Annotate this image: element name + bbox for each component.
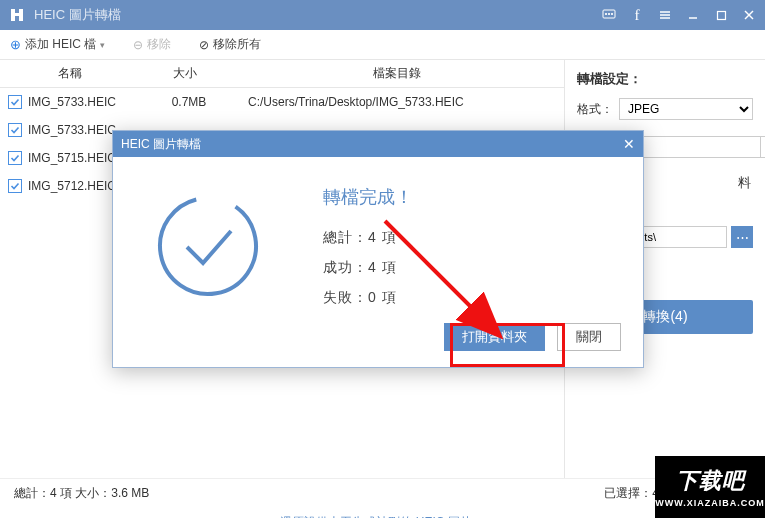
total-line: 總計：4 項	[323, 229, 413, 247]
dialog-title: HEIC 圖片轉檔	[121, 136, 201, 153]
open-folder-button[interactable]: 打開資料夾	[444, 323, 545, 351]
fail-line: 失敗：0 項	[323, 289, 413, 307]
svg-point-14	[153, 191, 263, 301]
dialog-titlebar: HEIC 圖片轉檔 ✕	[113, 131, 643, 157]
success-check-icon	[153, 191, 263, 301]
dialog-buttons: 打開資料夾 關閉	[444, 323, 621, 351]
completion-dialog: HEIC 圖片轉檔 ✕ 轉檔完成！ 總計：4 項 成功：4 項 失敗：0 項 打…	[112, 130, 644, 368]
modal-overlay: HEIC 圖片轉檔 ✕ 轉檔完成！ 總計：4 項 成功：4 項 失敗：0 項 打…	[0, 0, 765, 518]
watermark-text: 下载吧	[676, 466, 745, 496]
done-text: 轉檔完成！	[323, 185, 413, 209]
dialog-close-icon[interactable]: ✕	[623, 136, 635, 152]
site-watermark: 下载吧 WWW.XIAZAIBA.COM	[655, 456, 765, 518]
dialog-stats: 轉檔完成！ 總計：4 項 成功：4 項 失敗：0 項	[323, 185, 413, 319]
success-line: 成功：4 項	[323, 259, 413, 277]
dialog-body: 轉檔完成！ 總計：4 項 成功：4 項 失敗：0 項	[113, 157, 643, 329]
close-button[interactable]: 關閉	[557, 323, 621, 351]
watermark-url: WWW.XIAZAIBA.COM	[655, 498, 765, 508]
